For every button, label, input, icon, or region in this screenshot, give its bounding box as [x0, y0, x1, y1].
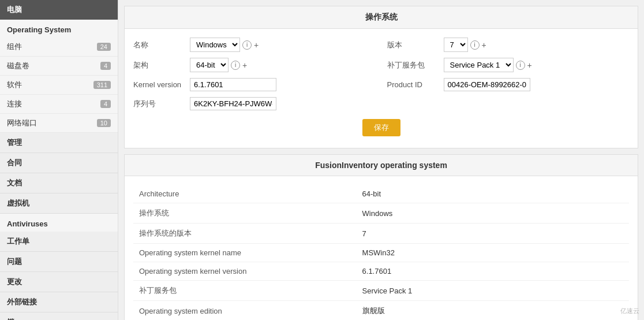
- fusion-table: Architecture64-bit操作系统Windows操作系统的版本7Ope…: [133, 185, 629, 320]
- version-label: 版本: [387, 40, 439, 50]
- fusion-panel: FusionInventory operating system Archite…: [124, 154, 638, 320]
- version-info-icon[interactable]: i: [470, 40, 480, 50]
- name-plus-icon[interactable]: +: [254, 40, 259, 50]
- table-cell-value: Service Pack 1: [357, 281, 629, 301]
- table-cell-label: 补丁服务包: [133, 281, 357, 301]
- sidebar-item-label: 连接: [7, 99, 22, 109]
- os-form-grid: 名称 Windows i + 版本 7: [133, 38, 629, 110]
- name-info-icon[interactable]: i: [242, 40, 252, 50]
- name-select[interactable]: Windows: [190, 38, 240, 52]
- table-cell-value: Windows: [357, 203, 629, 224]
- arch-select[interactable]: 64-bit: [190, 58, 229, 72]
- name-control-group: Windows i +: [190, 38, 259, 52]
- table-cell-label: 操作系统的版本: [133, 224, 357, 244]
- sidebar-header-docs[interactable]: 文档: [0, 173, 118, 194]
- form-row-productid: Product ID: [387, 78, 630, 91]
- sidebar-header-lock[interactable]: 锁: [0, 312, 118, 320]
- table-row: Operating system kernel version6.1.7601: [133, 262, 629, 281]
- table-cell-label: Operating system kernel name: [133, 244, 357, 262]
- table-row: 操作系统Windows: [133, 203, 629, 224]
- sidebar-item-count: 311: [93, 81, 111, 89]
- form-row-kernel: Kernel version: [133, 78, 376, 91]
- servicepack-select[interactable]: Service Pack 1: [444, 58, 514, 72]
- servicepack-plus-icon[interactable]: +: [527, 61, 532, 70]
- sidebar-item-label: 磁盘卷: [7, 61, 29, 71]
- fusion-panel-body: Architecture64-bit操作系统Windows操作系统的版本7Ope…: [125, 176, 638, 320]
- table-row: Architecture64-bit: [133, 185, 629, 203]
- table-cell-value: 6.1.7601: [357, 262, 629, 281]
- table-row: 操作系统的版本7: [133, 224, 629, 244]
- servicepack-control-group: Service Pack 1 i +: [444, 58, 532, 72]
- sidebar-section-label: Operating System: [0, 20, 118, 38]
- table-cell-value: 64-bit: [357, 185, 629, 203]
- sidebar-header-contracts[interactable]: 合同: [0, 153, 118, 173]
- serial-input[interactable]: [190, 97, 276, 110]
- sidebar-item-label: 网络端口: [7, 118, 37, 128]
- form-row-empty: [387, 97, 630, 110]
- table-cell-value: MSWin32: [357, 244, 629, 262]
- sidebar-header-changes[interactable]: 更改: [0, 272, 118, 292]
- version-control-group: 7 i +: [444, 38, 486, 52]
- form-row-arch: 架构 64-bit i +: [133, 58, 376, 72]
- kernel-input[interactable]: [190, 78, 276, 91]
- sidebar-item-volumes[interactable]: 磁盘卷4: [0, 57, 118, 76]
- arch-control-group: 64-bit i +: [190, 58, 247, 72]
- servicepack-label: 补丁服务包: [387, 60, 439, 70]
- sidebar-header-vms[interactable]: 虚拟机: [0, 194, 118, 214]
- productid-label: Product ID: [387, 80, 439, 89]
- sidebar-header-manage[interactable]: 管理: [0, 133, 118, 153]
- sidebar-item-count: 10: [97, 119, 111, 127]
- os-panel-body: 名称 Windows i + 版本 7: [125, 29, 638, 148]
- sidebar-item-label: 软件: [7, 80, 22, 90]
- arch-plus-icon[interactable]: +: [242, 61, 247, 70]
- table-cell-label: Operating system edition: [133, 301, 357, 321]
- sidebar-item-software[interactable]: 软件311: [0, 76, 118, 95]
- serial-label: 序列号: [133, 99, 185, 109]
- table-cell-value: 7: [357, 224, 629, 244]
- form-row-version: 版本 7 i +: [387, 38, 630, 52]
- name-label: 名称: [133, 40, 185, 50]
- main-content: 操作系统 名称 Windows i + 版本: [118, 0, 644, 320]
- sidebar-item-components[interactable]: 组件24: [0, 38, 118, 57]
- sidebar-item-count: 24: [97, 43, 111, 51]
- sidebar-header-tickets[interactable]: 工作单: [0, 232, 118, 252]
- version-select[interactable]: 7: [444, 38, 468, 52]
- sidebar-header-problems[interactable]: 问题: [0, 252, 118, 272]
- table-cell-value: 旗舰版: [357, 301, 629, 321]
- table-cell-label: Architecture: [133, 185, 357, 203]
- save-row: 保存: [133, 119, 629, 139]
- form-row-servicepack: 补丁服务包 Service Pack 1 i +: [387, 58, 630, 72]
- fusion-panel-title: FusionInventory operating system: [125, 155, 638, 176]
- table-row: Operating system kernel nameMSWin32: [133, 244, 629, 262]
- sidebar-header-links[interactable]: 外部链接: [0, 292, 118, 312]
- kernel-label: Kernel version: [133, 80, 185, 89]
- table-row: 补丁服务包Service Pack 1: [133, 281, 629, 301]
- save-button[interactable]: 保存: [362, 119, 400, 136]
- sidebar-item-count: 4: [100, 62, 111, 70]
- os-panel: 操作系统 名称 Windows i + 版本: [124, 6, 638, 148]
- sidebar-item-count: 4: [100, 100, 111, 108]
- os-panel-title: 操作系统: [125, 6, 638, 29]
- watermark: 亿速云: [620, 307, 639, 315]
- sidebar-item-label: 组件: [7, 42, 22, 52]
- form-row-serial: 序列号: [133, 97, 376, 110]
- sidebar-section-label: Antiviruses: [0, 214, 118, 232]
- arch-label: 架构: [133, 60, 185, 70]
- servicepack-info-icon[interactable]: i: [516, 61, 525, 70]
- table-row: Operating system edition旗舰版: [133, 301, 629, 321]
- sidebar-title: 电脑: [0, 0, 118, 20]
- table-cell-label: Operating system kernel version: [133, 262, 357, 281]
- arch-info-icon[interactable]: i: [231, 61, 240, 70]
- table-cell-label: 操作系统: [133, 203, 357, 224]
- form-row-name: 名称 Windows i +: [133, 38, 376, 52]
- sidebar-item-ports[interactable]: 网络端口10: [0, 114, 118, 133]
- sidebar: 电脑 Operating System组件24磁盘卷4软件311连接4网络端口1…: [0, 0, 118, 320]
- productid-input[interactable]: [444, 78, 530, 91]
- version-plus-icon[interactable]: +: [482, 40, 486, 50]
- sidebar-item-connections[interactable]: 连接4: [0, 95, 118, 114]
